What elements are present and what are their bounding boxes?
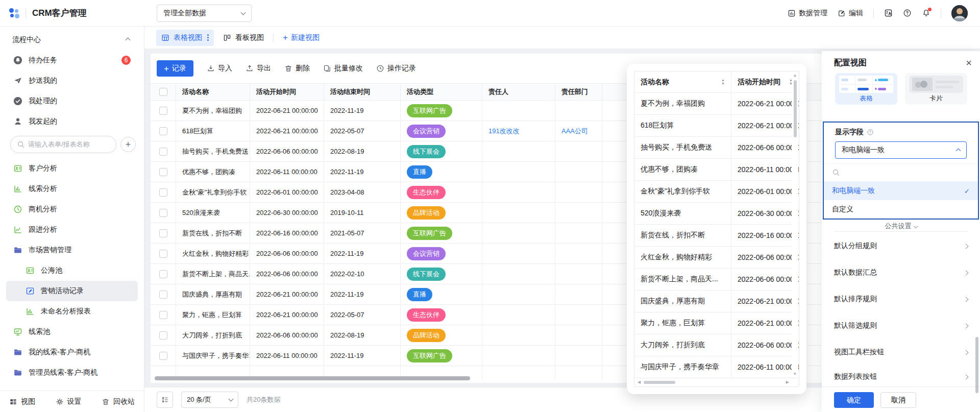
- scroll-down-icon[interactable]: ▼: [793, 372, 797, 376]
- sort-icon[interactable]: ▲▼: [721, 79, 725, 85]
- row-checkbox[interactable]: [159, 290, 167, 299]
- column-header[interactable]: 活动名称: [176, 84, 250, 100]
- edit-button[interactable]: 编辑: [838, 9, 863, 18]
- toolbar-删除-button[interactable]: 删除: [284, 64, 310, 73]
- view-type-card[interactable]: 卡片: [905, 73, 967, 105]
- row-checkbox[interactable]: [159, 209, 167, 217]
- sidebar-item-抄送我的[interactable]: 抄送我的: [6, 70, 138, 91]
- sidebar-item-商机分析[interactable]: 商机分析: [6, 199, 138, 220]
- column-header[interactable]: 活动结束时间: [324, 84, 401, 100]
- preview-row[interactable]: 金秋"豪"礼拿到你手软 2022-06-01 00:00:00: [634, 181, 799, 203]
- row-checkbox[interactable]: [159, 148, 167, 156]
- sidebar-item-市场营销管理[interactable]: 市场营销管理: [6, 240, 138, 260]
- tab-table-view[interactable]: 表格视图: [156, 30, 214, 46]
- preview-row[interactable]: 国庆盛典，厚惠有期 2022-06-21 00:00:00: [634, 290, 799, 312]
- toolbar-导出-button[interactable]: 导出: [246, 64, 271, 73]
- scrollbar-thumb[interactable]: [644, 381, 675, 384]
- sidebar-item-营销活动记录[interactable]: 营销活动记录: [6, 281, 138, 301]
- data-scope-select[interactable]: 管理全部数据: [157, 5, 252, 22]
- column-header[interactable]: 责任人: [482, 84, 555, 100]
- preview-column-header[interactable]: 活动开始时间▲▼: [731, 71, 799, 92]
- preview-row[interactable]: 聚力，钜惠，巨划算 2022-06-21 00:00:00: [634, 312, 799, 334]
- horizontal-scrollbar[interactable]: [155, 376, 470, 380]
- cancel-button[interactable]: 取消: [880, 392, 916, 408]
- avatar[interactable]: [951, 5, 968, 21]
- close-icon[interactable]: ×: [966, 57, 972, 69]
- tab-kanban-view[interactable]: 看板视图: [223, 33, 264, 42]
- row-checkbox[interactable]: [159, 107, 167, 115]
- preview-row[interactable]: 618巨划算 2022-06-21 00:00:00: [634, 115, 799, 137]
- sidebar-item-线索池[interactable]: 线索池: [6, 322, 138, 342]
- dropdown-search-input[interactable]: [824, 163, 978, 182]
- translate-icon[interactable]: [884, 9, 893, 17]
- dropdown-option-和电脑端一致[interactable]: 和电脑端一致✓: [824, 182, 978, 200]
- column-header[interactable]: 责任部门: [555, 84, 602, 100]
- owner-link[interactable]: 191改改改: [488, 127, 520, 136]
- row-checkbox[interactable]: [159, 311, 167, 319]
- row-checkbox[interactable]: [159, 188, 167, 197]
- public-settings-toggle[interactable]: 公共设置: [822, 222, 980, 231]
- panel-menu-数据列表按钮[interactable]: 数据列表按钮: [822, 366, 980, 388]
- panel-menu-视图工具栏按钮[interactable]: 视图工具栏按钮: [822, 339, 980, 366]
- panel-menu-默认分组规则[interactable]: 默认分组规则: [822, 233, 980, 259]
- sidebar-item-待办任务[interactable]: 待办任务6: [6, 50, 138, 70]
- preview-horizontal-scrollbar[interactable]: ◀ ▶: [635, 378, 792, 386]
- preview-row[interactable]: 夏不为例，幸福团购 2022-06-21 00:00:00: [634, 93, 799, 115]
- toolbar-操作记录-button[interactable]: 操作记录: [376, 64, 416, 73]
- column-header[interactable]: 活动类型: [401, 84, 482, 100]
- preview-row[interactable]: 优惠不够，团购凑 2022-06-11 00:00:00: [634, 159, 799, 181]
- scroll-left-icon[interactable]: ◀: [638, 380, 641, 384]
- sidebar-item-管理员线索-客户-商机[interactable]: 管理员线索-客户-商机: [6, 362, 138, 383]
- toolbar-导入-button[interactable]: 导入: [207, 64, 232, 73]
- preview-column-header[interactable]: 活动名称▲▼: [634, 71, 731, 92]
- preview-row[interactable]: 大刀阔斧，打折到底 2022-06-06 00:00:00: [634, 334, 799, 356]
- select-all-checkbox[interactable]: [159, 88, 167, 96]
- row-checkbox[interactable]: [159, 127, 167, 135]
- dropdown-option-自定义[interactable]: 自定义: [824, 200, 978, 219]
- preview-row[interactable]: 520浪漫来袭 2022-06-30 00:00:00: [634, 203, 799, 225]
- sidebar-item-客户分析[interactable]: 客户分析: [6, 158, 138, 179]
- view-type-table[interactable]: 表格: [835, 73, 897, 105]
- row-checkbox[interactable]: [159, 229, 167, 237]
- page-size-select[interactable]: 20 条/页: [181, 392, 238, 408]
- panel-menu-默认数据汇总[interactable]: 默认数据汇总: [822, 259, 980, 286]
- panel-menu-默认筛选规则[interactable]: 默认筛选规则: [822, 312, 980, 339]
- sidebar-section-title[interactable]: 流程中心: [0, 27, 144, 50]
- add-record-button[interactable]: + 记录: [157, 60, 193, 77]
- sidebar-item-我发起的[interactable]: 我发起的: [6, 111, 138, 132]
- preview-row[interactable]: 新货在线，折扣不断 2022-06-16 00:00:00: [634, 225, 799, 247]
- department-link[interactable]: AAA公司: [561, 127, 588, 136]
- sidebar-footer-设置[interactable]: 设置: [56, 397, 82, 406]
- scroll-right-icon[interactable]: ▶: [786, 380, 789, 384]
- sidebar-footer-视图[interactable]: 视图: [9, 397, 35, 406]
- preview-row[interactable]: 抽号购买，手机免费送 2022-06-06 00:00:00: [634, 137, 799, 159]
- row-checkbox[interactable]: [159, 270, 167, 278]
- preview-vertical-scrollbar[interactable]: ▲ ▼: [792, 72, 798, 378]
- data-manage-button[interactable]: 数据管理: [788, 9, 827, 18]
- new-view-button[interactable]: + 新建视图: [283, 33, 320, 42]
- display-fields-select[interactable]: 和电脑端一致: [835, 141, 967, 159]
- preview-row[interactable]: 火红金秋，购物好精彩 2022-06-06 00:00:00: [634, 247, 799, 269]
- more-icon[interactable]: [207, 34, 209, 41]
- row-checkbox[interactable]: [159, 168, 167, 176]
- row-height-button[interactable]: [157, 392, 173, 408]
- sidebar-item-跟进分析[interactable]: 跟进分析: [6, 220, 138, 240]
- row-checkbox[interactable]: [159, 331, 167, 340]
- scrollbar-thumb[interactable]: [794, 80, 797, 137]
- confirm-button[interactable]: 确定: [834, 392, 874, 408]
- row-checkbox[interactable]: [159, 352, 167, 360]
- preview-row[interactable]: 新货不断上架，商品天... 2022-06-06 00:00:00: [634, 269, 799, 290]
- help-icon[interactable]: [903, 9, 912, 17]
- search-input[interactable]: 请输入表单/报表名称: [10, 136, 116, 153]
- sidebar-item-未命名分析报表[interactable]: 未命名分析报表: [6, 301, 138, 322]
- sidebar-item-线索分析[interactable]: 线索分析: [6, 179, 138, 199]
- sidebar-item-我处理的[interactable]: 我处理的: [6, 91, 138, 111]
- sidebar-item-公海池[interactable]: 公海池: [6, 260, 138, 281]
- toolbar-批量修改-button[interactable]: 批量修改: [323, 64, 363, 73]
- add-report-button[interactable]: +: [120, 137, 136, 152]
- notification-icon[interactable]: [922, 9, 930, 17]
- column-header[interactable]: 活动开始时间: [250, 84, 324, 100]
- preview-row[interactable]: 与国庆甲子，携手奏华章 2022-06-11 00:00:00: [634, 356, 799, 378]
- panel-menu-默认排序规则[interactable]: 默认排序规则: [822, 286, 980, 312]
- sidebar-footer-回收站[interactable]: 回收站: [102, 397, 135, 406]
